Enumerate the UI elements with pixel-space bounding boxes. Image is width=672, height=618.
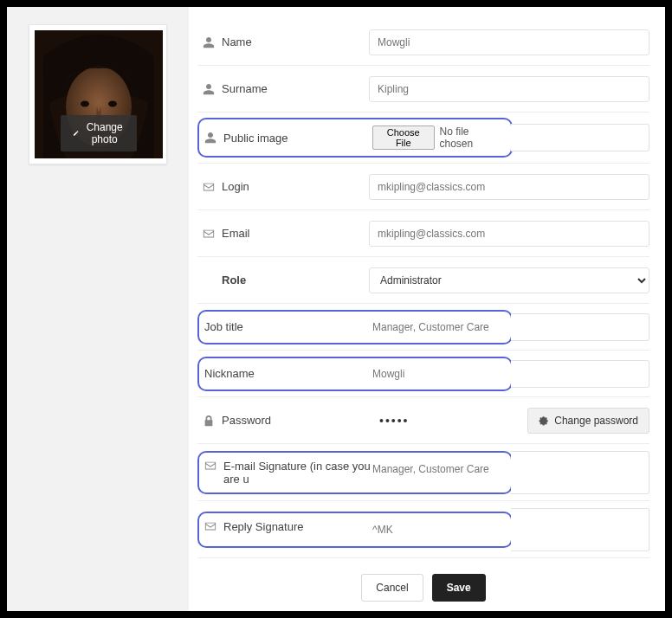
password-masked: •••••	[369, 414, 520, 428]
sidebar: Change photo	[7, 7, 189, 611]
email-input[interactable]	[369, 221, 649, 247]
change-password-button[interactable]: Change password	[527, 408, 649, 434]
main-form: Name Surname Public image	[189, 7, 665, 611]
job-title-label: Job title	[204, 320, 243, 333]
nickname-input[interactable]	[371, 364, 506, 383]
email-label: Email	[222, 227, 250, 240]
profile-photo: Change photo	[35, 30, 163, 158]
form-actions: Cancel Save	[197, 558, 649, 602]
profile-settings-frame: Change photo Name Surname	[7, 7, 665, 611]
job-title-input[interactable]	[371, 318, 506, 337]
public-image-field-rest	[511, 124, 649, 151]
role-select[interactable]: Administrator	[369, 267, 649, 293]
row-email: Email	[197, 210, 649, 257]
email-signature-input[interactable]	[371, 460, 506, 479]
row-public-image: Public image Choose File No file chosen	[197, 113, 649, 164]
password-label: Password	[222, 414, 271, 427]
person-icon	[203, 36, 215, 48]
pencil-icon	[73, 128, 79, 138]
email-signature-field-rest[interactable]	[511, 451, 649, 494]
public-image-file-input[interactable]: Choose File No file chosen	[371, 126, 506, 150]
row-password: Password ••••• Change password	[197, 397, 649, 444]
envelope-icon	[204, 520, 216, 532]
envelope-icon	[204, 460, 216, 472]
row-nickname: Nickname	[197, 351, 649, 397]
login-label: Login	[222, 180, 249, 193]
row-login: Login	[197, 164, 649, 210]
row-email-signature: E-mail Signature (in case you are u	[197, 444, 649, 501]
login-input[interactable]	[369, 174, 649, 200]
name-label: Name	[222, 35, 252, 48]
envelope-icon	[203, 181, 215, 193]
email-signature-label: E-mail Signature (in case you are u	[223, 460, 371, 486]
photo-card: Change photo	[29, 24, 167, 164]
row-surname: Surname	[197, 66, 649, 113]
nickname-label: Nickname	[204, 367, 255, 380]
nickname-field-rest	[511, 360, 649, 388]
lock-icon	[203, 415, 215, 427]
gear-icon	[539, 415, 549, 426]
cancel-button[interactable]: Cancel	[361, 574, 423, 602]
choose-file-button[interactable]: Choose File	[372, 126, 435, 150]
public-image-label: Public image	[223, 132, 288, 145]
reply-signature-label: Reply Signature	[223, 520, 304, 533]
row-role: Role Administrator	[197, 257, 649, 304]
file-status: No file chosen	[440, 126, 505, 150]
row-name: Name	[197, 19, 649, 66]
person-icon	[204, 132, 216, 144]
role-label: Role	[222, 274, 246, 286]
person-icon	[203, 83, 215, 95]
change-photo-label: Change photo	[84, 121, 125, 145]
reply-signature-input[interactable]	[371, 520, 506, 539]
job-title-field-rest	[511, 313, 649, 341]
name-input[interactable]	[369, 29, 649, 55]
surname-label: Surname	[222, 82, 268, 95]
save-button[interactable]: Save	[432, 574, 486, 602]
change-photo-button[interactable]: Change photo	[61, 115, 137, 151]
svg-point-3	[108, 101, 117, 107]
surname-input[interactable]	[369, 76, 649, 102]
envelope-icon	[203, 228, 215, 240]
reply-signature-field-rest[interactable]	[511, 508, 649, 551]
change-password-label: Change password	[554, 415, 638, 427]
svg-point-2	[81, 101, 89, 107]
row-job-title: Job title	[197, 304, 649, 351]
row-reply-signature: Reply Signature	[197, 501, 649, 558]
